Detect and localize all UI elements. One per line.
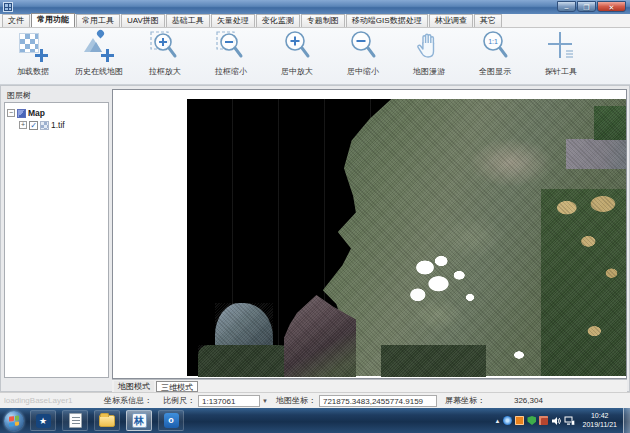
map-coord-label: 地图坐标：	[276, 395, 316, 406]
layer-tree: − Map + ✓ 1.tif	[4, 102, 109, 378]
clock-time: 10:42	[582, 412, 617, 421]
tool-center-zoom-out[interactable]: 居中缩小	[334, 30, 392, 82]
maximize-button[interactable]: ❐	[577, 1, 596, 12]
scale-combobox[interactable]: 1:137061	[198, 395, 260, 407]
box-zoom-in-icon	[150, 30, 180, 64]
map-viewport[interactable]	[112, 89, 627, 379]
taskbar-app-o[interactable]: o	[158, 410, 184, 431]
svg-text:1:1: 1:1	[488, 38, 498, 45]
imagery-patch-forest-right	[541, 189, 627, 376]
layer-checkbox[interactable]: ✓	[29, 121, 38, 130]
tool-history-online-map[interactable]: 历史在线地图	[70, 30, 128, 82]
minimize-button[interactable]: –	[557, 1, 576, 12]
show-desktop-button[interactable]	[623, 408, 630, 433]
tool-probe[interactable]: 探针工具	[532, 30, 590, 82]
tray-red-app-icon[interactable]	[539, 416, 548, 425]
volume-icon[interactable]	[551, 412, 561, 430]
start-button[interactable]	[4, 411, 24, 431]
scale-label: 比例尺：	[163, 395, 195, 406]
collapse-icon[interactable]: −	[7, 109, 15, 117]
tab-3d-mode[interactable]: 三维模式	[156, 381, 198, 392]
tool-label: 全图显示	[479, 66, 511, 77]
tray-green-shield-icon[interactable]	[527, 416, 536, 425]
clock-date: 2019/11/21	[582, 421, 617, 430]
imagery-patch-forest-topright	[594, 106, 627, 140]
cloud-cluster	[398, 248, 488, 313]
center-zoom-in-icon	[282, 30, 312, 64]
ribbon-tab-common-tools[interactable]: 常用工具	[76, 14, 120, 27]
cloud-small	[509, 348, 529, 362]
network-icon[interactable]	[564, 412, 575, 430]
tool-box-zoom-in[interactable]: 拉框放大	[136, 30, 194, 82]
map-layer-icon	[17, 109, 26, 118]
imagery-patch-urban	[566, 139, 626, 169]
ribbon-tab-vector-processing[interactable]: 矢量处理	[211, 14, 255, 27]
status-loading-text: loadingBaseLayer1	[4, 396, 96, 405]
main-toolbar: 加载数据 历史在线地图 拉框放大	[0, 28, 630, 85]
screen-coord-label: 屏幕坐标：	[445, 395, 485, 406]
tool-label: 拉框放大	[149, 66, 181, 77]
tool-map-pan[interactable]: 地图漫游	[400, 30, 458, 82]
scale-dropdown-icon[interactable]: ▼	[262, 398, 268, 404]
layer-tree-item[interactable]: + ✓ 1.tif	[7, 119, 106, 131]
tool-load-data[interactable]: 加载数据	[4, 30, 62, 82]
windows-flag-icon	[9, 415, 19, 426]
tool-label: 居中缩小	[347, 66, 379, 77]
layer-root-label: Map	[28, 108, 45, 118]
layer-tree-root[interactable]: − Map	[7, 107, 106, 119]
taskbar-app-lin-active[interactable]: 林	[126, 410, 152, 431]
tray-orange-app-icon[interactable]	[515, 416, 524, 425]
ribbon-tab-common-functions[interactable]: 常用功能	[31, 13, 75, 27]
o-app-icon: o	[164, 413, 179, 428]
windows-taskbar: ★ 林 o ▲ 10:42 2019/11/21	[0, 408, 630, 433]
star-app-icon: ★	[36, 414, 51, 428]
center-zoom-out-icon	[348, 30, 378, 64]
tool-full-extent[interactable]: 1:1 全图显示	[466, 30, 524, 82]
application-window: – ❐ ✕ 文件 常用功能 常用工具 UAV拼图 基础工具 矢量处理 变化监测 …	[0, 0, 630, 433]
map-mode-tabs: 地图模式 三维模式	[112, 379, 627, 392]
tool-box-zoom-out[interactable]: 拉框缩小	[202, 30, 260, 82]
close-button[interactable]: ✕	[597, 1, 626, 12]
screen-coord-value: 326,304	[514, 396, 543, 405]
ribbon-tab-mobile-gis-data[interactable]: 移动端GIS数据处理	[346, 14, 428, 27]
tool-label: 地图漫游	[413, 66, 445, 77]
ribbon-tab-change-monitoring[interactable]: 变化监测	[256, 14, 300, 27]
probe-tool-icon	[546, 30, 576, 64]
window-app-icon	[3, 2, 13, 12]
raster-layer-icon	[40, 121, 49, 130]
hidden-icons-arrow[interactable]: ▲	[495, 418, 501, 424]
ribbon-tab-file[interactable]: 文件	[2, 14, 30, 27]
document-app-icon	[69, 413, 82, 428]
titlebar: – ❐ ✕	[0, 0, 630, 14]
expand-icon[interactable]: +	[19, 121, 27, 129]
ribbon-tab-forestry-survey[interactable]: 林业调查	[429, 14, 473, 27]
ribbon-tab-uav-mosaic[interactable]: UAV拼图	[121, 14, 165, 27]
taskbar-windows-explorer[interactable]	[94, 410, 120, 431]
taskbar-app-star[interactable]: ★	[30, 410, 56, 431]
map-pan-icon	[414, 30, 444, 64]
tool-label: 探针工具	[545, 66, 577, 77]
ribbon-tab-other[interactable]: 其它	[474, 14, 502, 27]
map-coord-field[interactable]: 721875.3483,2455774.9159	[319, 395, 437, 407]
ribbon-tab-thematic-mapping[interactable]: 专题制图	[301, 14, 345, 27]
forestry-app-icon: 林	[132, 413, 147, 428]
tool-label: 历史在线地图	[75, 66, 123, 77]
ribbon-tab-basic-tools[interactable]: 基础工具	[166, 14, 210, 27]
layer-item-label: 1.tif	[51, 120, 65, 130]
imagery-patch-bottom	[381, 345, 486, 377]
taskbar-clock[interactable]: 10:42 2019/11/21	[582, 412, 617, 429]
folder-icon	[99, 415, 115, 427]
box-zoom-out-icon	[216, 30, 246, 64]
tool-label: 拉框缩小	[215, 66, 247, 77]
status-bar: loadingBaseLayer1 坐标系信息： 比例尺： 1:137061 ▼…	[0, 392, 630, 408]
taskbar-app-document[interactable]	[62, 410, 88, 431]
tray-blue-app-icon[interactable]	[503, 416, 512, 425]
coord-system-label: 坐标系信息：	[104, 395, 152, 406]
system-tray: ▲ 10:42 2019/11/21	[495, 408, 630, 433]
imagery-patch-hill	[215, 303, 273, 349]
tool-center-zoom-in[interactable]: 居中放大	[268, 30, 326, 82]
tab-map-mode[interactable]: 地图模式	[114, 381, 154, 392]
caption-buttons: – ❐ ✕	[557, 1, 626, 12]
layer-panel-title: 图层树	[7, 90, 31, 101]
tool-label: 加载数据	[17, 66, 49, 77]
